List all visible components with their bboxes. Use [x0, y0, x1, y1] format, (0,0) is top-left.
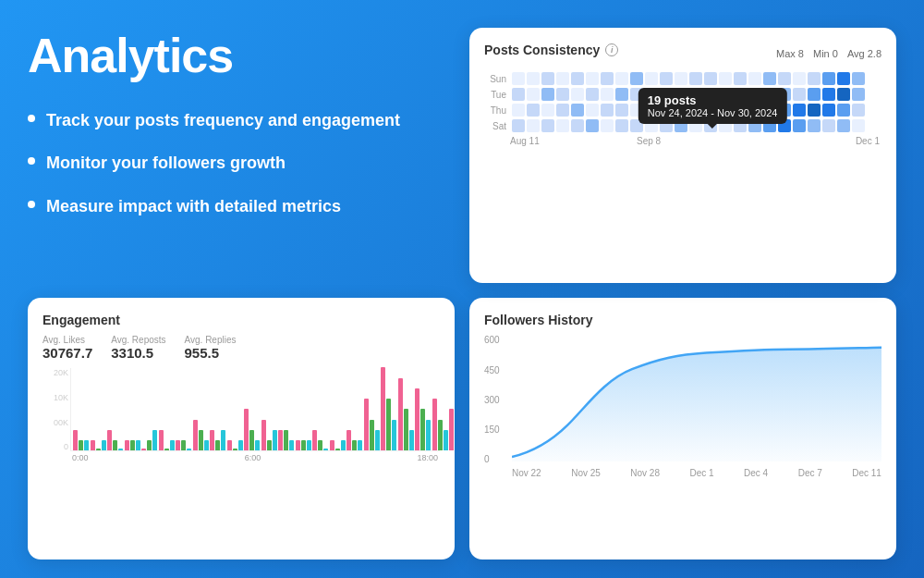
bar-group — [159, 430, 175, 451]
heatmap-cell[interactable] — [615, 72, 628, 85]
heatmap-cell[interactable] — [808, 119, 821, 132]
heatmap-cell[interactable] — [734, 72, 747, 85]
row-label-sat: Sat — [484, 121, 506, 131]
heatmap-cell[interactable] — [556, 88, 569, 101]
heatmap-cell[interactable] — [556, 119, 569, 132]
heatmap-cell[interactable] — [512, 104, 525, 117]
heatmap-cell[interactable] — [615, 88, 628, 101]
max-label: Max 8 — [776, 48, 804, 59]
heatmap-cell[interactable] — [601, 104, 614, 117]
bar — [113, 440, 117, 450]
heatmap-cell[interactable] — [556, 72, 569, 85]
heatmap-cell[interactable] — [852, 119, 865, 132]
bar — [398, 378, 403, 451]
heatmap-cell[interactable] — [615, 104, 628, 117]
heatmap-cell[interactable] — [645, 72, 658, 85]
bar-group — [312, 430, 328, 451]
heatmap-cell[interactable] — [822, 72, 835, 85]
bar — [438, 420, 443, 451]
heatmap-cell[interactable] — [586, 119, 599, 132]
bar-group — [330, 440, 346, 450]
heatmap-cell[interactable] — [615, 119, 628, 132]
heatmap-cell[interactable] — [527, 104, 540, 117]
heatmap-cell[interactable] — [808, 72, 821, 85]
heatmap-cell[interactable] — [793, 88, 806, 101]
heatmap-cell[interactable] — [719, 72, 732, 85]
heatmap-cell[interactable] — [527, 119, 540, 132]
bar — [238, 440, 243, 450]
heatmap-cell[interactable] — [793, 72, 806, 85]
bar — [307, 440, 311, 450]
heatmap-cell[interactable] — [793, 119, 806, 132]
heatmap-cell[interactable] — [586, 88, 599, 101]
heatmap-cell[interactable] — [541, 88, 554, 101]
bar — [296, 440, 300, 450]
heatmap-cell[interactable] — [852, 104, 865, 117]
heatmap-cell[interactable] — [837, 88, 850, 101]
heatmap-cell[interactable] — [601, 88, 614, 101]
bar-group — [346, 430, 362, 451]
bar — [381, 367, 385, 450]
bullet-text-1: Track your posts frequency and engagemen… — [46, 109, 400, 131]
heatmap-cell[interactable] — [837, 104, 850, 117]
heatmap-cell[interactable] — [778, 72, 791, 85]
min-label: Min 0 — [813, 48, 838, 59]
heatmap-cell[interactable] — [822, 119, 835, 132]
heatmap-cell[interactable] — [512, 72, 525, 85]
bar — [187, 449, 191, 450]
heatmap-cell[interactable] — [808, 104, 821, 117]
heatmap-cell[interactable] — [689, 72, 702, 85]
heatmap-cell[interactable] — [822, 88, 835, 101]
bar — [409, 430, 414, 451]
list-item: Measure impact with detailed metrics — [28, 195, 455, 217]
heatmap-cell[interactable] — [837, 119, 850, 132]
tooltip-posts: 19 posts — [648, 93, 778, 107]
heatmap-cell[interactable] — [808, 88, 821, 101]
heatmap-cell[interactable] — [586, 104, 599, 117]
heatmap-cell[interactable] — [571, 88, 584, 101]
heatmap-cell[interactable] — [837, 72, 850, 85]
bar — [273, 430, 277, 451]
heatmap-cell[interactable] — [527, 72, 540, 85]
row-label-thu: Thu — [484, 105, 506, 116]
bar-group — [415, 388, 431, 451]
heatmap-cell[interactable] — [541, 72, 554, 85]
info-icon[interactable]: i — [605, 43, 618, 56]
heatmap-cell[interactable] — [571, 119, 584, 132]
heatmap-cell[interactable] — [571, 104, 584, 117]
list-item: Track your posts frequency and engagemen… — [28, 109, 455, 131]
heatmap-cell[interactable] — [630, 72, 643, 85]
heatmap-cell[interactable] — [660, 72, 673, 85]
row-label-tue: Tue — [484, 90, 506, 100]
heatmap-cell[interactable] — [527, 88, 540, 101]
heatmap-cell[interactable] — [601, 119, 614, 132]
heatmap-cell[interactable] — [512, 119, 525, 132]
bar — [164, 449, 169, 450]
bar — [330, 440, 334, 450]
heatmap-cell[interactable] — [512, 88, 525, 101]
heatmap-x-labels: Aug 11 Sep 8 Dec 1 — [484, 136, 881, 146]
bar-group — [296, 440, 311, 450]
heatmap-container: Sun — [484, 72, 881, 146]
heatmap-cell[interactable] — [763, 72, 776, 85]
heatmap-cell[interactable] — [541, 119, 554, 132]
bar — [284, 430, 288, 451]
heatmap-cell[interactable] — [601, 72, 614, 85]
heatmap-cell[interactable] — [704, 72, 717, 85]
heatmap-cell[interactable] — [556, 104, 569, 117]
heatmap-cell[interactable] — [586, 72, 599, 85]
heatmap-cell[interactable] — [748, 72, 761, 85]
heatmap-cell[interactable] — [822, 104, 835, 117]
heatmap-cell[interactable] — [571, 72, 584, 85]
bar — [147, 440, 152, 450]
bar-group — [278, 430, 294, 451]
heatmap-cell[interactable] — [541, 104, 554, 117]
bar — [335, 449, 340, 450]
heatmap-cell[interactable] — [852, 88, 865, 101]
bar-group — [449, 409, 455, 450]
heatmap-cell[interactable] — [852, 72, 865, 85]
heatmap-cell[interactable] — [793, 104, 806, 117]
bar — [159, 430, 164, 451]
heatmap-cell[interactable] — [675, 72, 687, 85]
bar — [386, 399, 391, 450]
